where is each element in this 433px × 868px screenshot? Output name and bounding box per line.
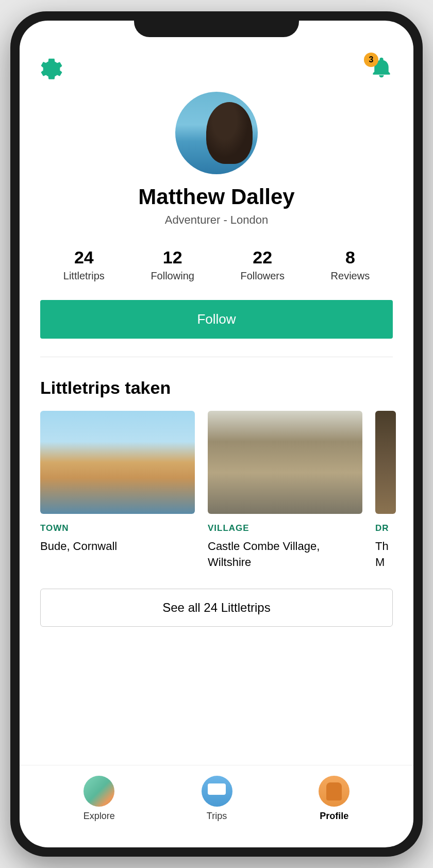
stat-label: Following xyxy=(151,270,194,282)
phone-notch xyxy=(134,11,299,37)
nav-explore[interactable]: Explore xyxy=(84,776,115,822)
stat-followers[interactable]: 22 Followers xyxy=(240,247,285,282)
stat-value: 12 xyxy=(163,247,182,268)
trip-name: Th M xyxy=(375,539,396,571)
trip-category: TOWN xyxy=(40,523,195,533)
gear-icon xyxy=(40,58,63,80)
trips-section: Littletrips taken TOWN Bude, Cornwall VI… xyxy=(20,357,413,765)
notifications-button[interactable]: 3 xyxy=(370,57,393,81)
stat-label: Littletrips xyxy=(63,270,105,282)
phone-screen: 3 Matthew Dalley Adventurer - London 24 … xyxy=(20,21,413,847)
profile-subtitle: Adventurer - London xyxy=(165,213,269,227)
trips-scroll[interactable]: TOWN Bude, Cornwall VILLAGE Castle Combe… xyxy=(40,411,413,571)
stat-value: 22 xyxy=(253,247,272,268)
profile-name: Matthew Dalley xyxy=(138,185,294,209)
phone-frame: 3 Matthew Dalley Adventurer - London 24 … xyxy=(10,11,423,857)
nav-profile[interactable]: Profile xyxy=(319,776,349,822)
nav-label: Profile xyxy=(320,811,348,822)
see-all-button[interactable]: See all 24 Littletrips xyxy=(40,589,393,627)
trip-name: Bude, Cornwall xyxy=(40,539,195,555)
stat-following[interactable]: 12 Following xyxy=(151,247,194,282)
profile-section: Matthew Dalley Adventurer - London 24 Li… xyxy=(20,92,413,357)
settings-button[interactable] xyxy=(40,58,63,80)
stat-label: Reviews xyxy=(331,270,370,282)
trip-card[interactable]: TOWN Bude, Cornwall xyxy=(40,411,195,571)
profile-icon xyxy=(319,776,349,807)
trip-category: VILLAGE xyxy=(208,523,362,533)
trip-image xyxy=(375,411,396,514)
stat-value: 24 xyxy=(74,247,94,268)
avatar[interactable] xyxy=(175,92,258,174)
bottom-nav: Explore Trips Profile xyxy=(20,765,413,847)
stat-value: 8 xyxy=(345,247,355,268)
nav-label: Explore xyxy=(84,811,115,822)
explore-icon xyxy=(84,776,114,807)
section-title: Littletrips taken xyxy=(40,378,413,398)
nav-label: Trips xyxy=(207,811,227,822)
app-content: 3 Matthew Dalley Adventurer - London 24 … xyxy=(20,21,413,847)
stat-reviews[interactable]: 8 Reviews xyxy=(331,247,370,282)
trip-image xyxy=(208,411,362,514)
trip-image xyxy=(40,411,195,514)
nav-trips[interactable]: Trips xyxy=(202,776,232,822)
trip-card-partial[interactable]: DR Th M xyxy=(375,411,396,571)
trip-card[interactable]: VILLAGE Castle Combe Village, Wiltshire xyxy=(208,411,362,571)
stat-label: Followers xyxy=(240,270,285,282)
trips-icon xyxy=(202,776,232,807)
trip-category: DR xyxy=(375,523,396,533)
follow-button[interactable]: Follow xyxy=(40,300,393,339)
stats-row: 24 Littletrips 12 Following 22 Followers… xyxy=(40,247,393,282)
stat-littletrips[interactable]: 24 Littletrips xyxy=(63,247,105,282)
trip-name: Castle Combe Village, Wiltshire xyxy=(208,539,362,571)
notification-badge: 3 xyxy=(364,53,378,67)
